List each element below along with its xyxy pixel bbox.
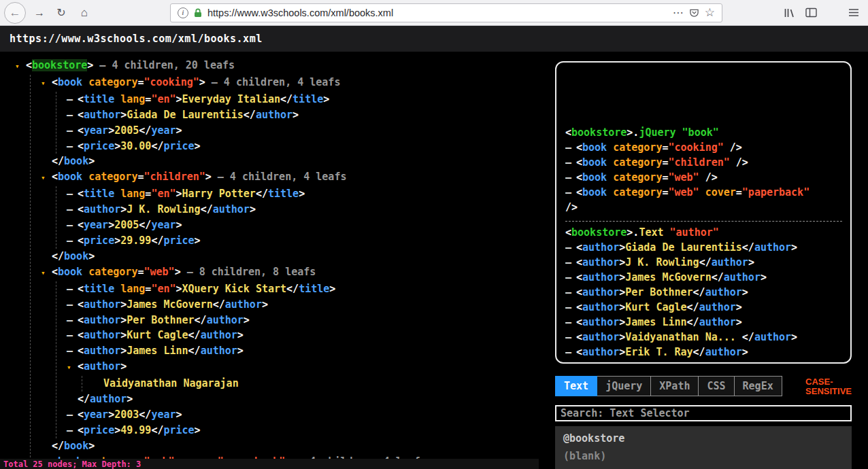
tree-leaf-row[interactable]: –<author>J K. Rowling</author> (67, 202, 544, 218)
result-row[interactable]: –<book category="cooking" /> (565, 140, 844, 155)
tree-children: –<title lang="en">Everyday Italian</titl… (56, 92, 544, 154)
token-punct: < (576, 316, 582, 328)
tree-leaf-row[interactable]: –<title lang="en">Everyday Italian</titl… (67, 92, 544, 107)
token-punct (82, 76, 88, 88)
tree-leaf-row[interactable]: –<year>2005</year> (67, 123, 544, 139)
tree-node-row[interactable]: ▾<author> (67, 359, 544, 376)
expander-icon[interactable]: ▾ (41, 266, 52, 281)
leaf-dash: – (67, 202, 78, 218)
token-root: bookstore (571, 126, 627, 139)
suggestion-item-bookstore[interactable]: @bookstore (555, 430, 852, 447)
back-button[interactable]: ← (4, 2, 26, 24)
query-header[interactable]: <bookstore>.Text "author" (565, 225, 844, 240)
result-row[interactable]: –<book category="web" /> (565, 170, 844, 185)
tree-leaf-row[interactable]: –<price>49.99</price> (67, 423, 544, 438)
tree-close-row[interactable]: </book> (41, 154, 544, 169)
token-punct: </ (151, 424, 163, 436)
token-tag: author (582, 331, 619, 343)
sidebar-icon[interactable] (804, 7, 818, 18)
result-row[interactable]: –<book category="children" /> (565, 155, 844, 170)
tree-node-row[interactable]: ▾<bookstore>– 4 children, 20 leafs (15, 58, 544, 75)
token-punct: < (576, 241, 582, 254)
token-punct: > (127, 393, 133, 405)
tree-leaf-row[interactable]: –<year>2005</year> (67, 218, 544, 233)
result-row[interactable]: –<author>Kurt Cagle</author> (565, 300, 844, 315)
url-bar[interactable]: i https://www.w3schools.com/xml/books.xm… (170, 3, 722, 22)
tree-leaf-row[interactable]: –<author>James Linn</author> (67, 343, 544, 359)
result-row[interactable]: –<author>Per Bothner</author> (565, 285, 844, 300)
token-punct (114, 188, 120, 200)
tree-leaf-row[interactable]: –<author>James McGovern</author> (67, 297, 544, 313)
query-header[interactable]: <bookstore>.jQuery "book" (565, 125, 844, 140)
tree-leaf-row[interactable]: Vaidyanathan Nagarajan (93, 376, 544, 392)
pocket-icon[interactable] (689, 8, 699, 18)
tree-leaf-row[interactable]: –<year>2003</year> (67, 407, 544, 423)
tree-leaf-row[interactable]: –<author>Giada De Laurentiis</author> (67, 107, 544, 123)
tab-jquery[interactable]: jQuery (597, 376, 651, 396)
result-row[interactable]: /> (565, 200, 844, 215)
token-text: 2003 (114, 409, 139, 421)
info-icon[interactable]: i (178, 7, 188, 18)
token-text: Vaidyanathan Nagarajan (103, 377, 239, 389)
forward-button[interactable]: → (30, 3, 49, 22)
home-button[interactable]: ⌂ (75, 3, 94, 22)
section-divider (565, 221, 842, 222)
leaf-dash: – (67, 328, 78, 343)
expander-icon[interactable]: ▾ (41, 171, 52, 186)
tree-leaf-row[interactable]: –<title lang="en">XQuery Kick Start</tit… (67, 281, 544, 297)
token-punct: < (78, 345, 84, 357)
tree-close-row[interactable]: </author> (67, 392, 544, 407)
result-row[interactable]: –<author>James Linn</author> (565, 315, 844, 330)
tree-node-row[interactable]: ▾<book category="cooking">– 4 children, … (41, 75, 544, 92)
token-attr: lang (120, 93, 145, 105)
tree-close-row[interactable]: </book> (41, 249, 544, 264)
suggestion-item-blank[interactable]: (blank) (555, 447, 852, 465)
tree-leaf-row[interactable]: –<price>29.99</price> (67, 233, 544, 249)
token-punct: >. (627, 126, 639, 139)
reload-button[interactable]: ↻ (52, 3, 71, 22)
expander-icon[interactable]: ▾ (67, 360, 78, 376)
token-punct: > (293, 109, 299, 121)
result-row[interactable]: –<author>Erik T. Ray</author> (565, 345, 844, 360)
tree-leaf-row[interactable]: –<author>Kurt Cagle</author> (67, 328, 544, 343)
token-root: bookstore (571, 226, 627, 239)
tree-leaf-row[interactable]: –<price>30.00</price> (67, 139, 544, 154)
token-text: Giada De Laurentiis (625, 241, 742, 254)
result-row[interactable]: –<author>Vaidyanathan Na... </author> (565, 330, 844, 345)
token-tag: title (299, 283, 329, 295)
token-punct: > (108, 409, 114, 421)
tree-leaf-row[interactable]: –<author>Per Bothner</author> (67, 313, 544, 328)
tree-leaf-row[interactable]: –<title lang="en">Harry Potter</title> (67, 186, 544, 202)
bookmark-star-icon[interactable]: ☆ (705, 5, 715, 20)
result-row[interactable]: –<author>Giada De Laurentiis</author> (565, 240, 844, 255)
token-tag: book (64, 440, 88, 452)
result-row[interactable]: –<author>J K. Rowling</author> (565, 255, 844, 270)
tree-close-row[interactable]: </book> (41, 438, 544, 454)
tab-xpath[interactable]: XPath (651, 376, 699, 396)
expander-icon[interactable]: ▾ (15, 59, 26, 75)
result-row[interactable]: –<author>James McGovern</author> (565, 270, 844, 285)
library-icon[interactable] (782, 7, 796, 18)
token-val: "children" (144, 171, 205, 183)
token-punct: </ (52, 440, 64, 452)
menu-icon[interactable] (846, 8, 861, 17)
tree-node-row[interactable]: ▾<book category="children">– 4 children,… (41, 169, 544, 186)
token-punct: /> (699, 171, 718, 184)
token-tag: author (225, 298, 262, 311)
tab-css[interactable]: CSS (699, 376, 734, 396)
search-input[interactable] (555, 405, 852, 421)
tab-regex[interactable]: RegEx (735, 376, 782, 396)
tab-text[interactable]: Text (555, 376, 597, 396)
token-punct: </ (139, 219, 151, 231)
leaf-dash: – (565, 155, 576, 170)
result-row[interactable]: –<book category="web" cover="paperback" (565, 185, 844, 200)
expander-icon[interactable]: ▾ (41, 76, 52, 92)
tree-node-row[interactable]: ▾<book category="web">– 8 children, 8 le… (41, 264, 544, 281)
leaf-dash: – (67, 233, 78, 249)
leaf-dash: – (67, 313, 78, 328)
url-text[interactable]: https://www.w3schools.com/xml/books.xml (207, 7, 667, 18)
token-punct: </ (687, 301, 699, 313)
token-tag: author (699, 301, 736, 313)
token-punct: > (237, 329, 244, 341)
page-actions-icon[interactable]: ⋯ (673, 6, 684, 19)
